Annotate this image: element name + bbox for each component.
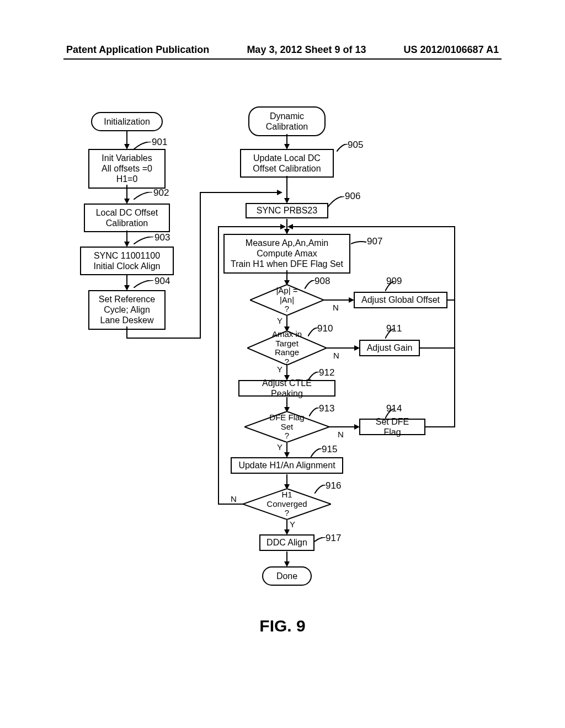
line — [200, 192, 277, 193]
init-start-terminator: Initialization — [91, 112, 163, 131]
n-label-908: N — [333, 303, 339, 312]
leader-908 — [305, 280, 315, 289]
header-left: Patent Application Publication — [66, 44, 209, 56]
ref-901: 901 — [152, 137, 167, 148]
ref-913: 913 — [319, 403, 334, 414]
leader-910 — [308, 328, 318, 336]
line — [454, 323, 455, 349]
arrow — [286, 520, 287, 529]
line — [200, 192, 201, 339]
y-label-910: Y — [277, 365, 282, 374]
dyn-cal-text: Dynamic Calibration — [266, 111, 308, 132]
arrow — [286, 365, 287, 375]
n909-text: Adjust Global Offset — [361, 295, 440, 305]
ref-907: 907 — [367, 236, 382, 247]
line — [454, 226, 455, 299]
n911-process: Adjust Gain — [359, 340, 420, 356]
leader-914 — [385, 409, 395, 419]
n912-text: Adjust CTLE Peaking — [245, 378, 329, 399]
init-start-text: Initialization — [104, 116, 150, 127]
n912-process: Adjust CTLE Peaking — [238, 380, 335, 397]
n917-process: DDC Align — [259, 534, 315, 551]
n915-process: Update H1/An Alignment — [231, 457, 343, 474]
arrowhead-icon — [287, 224, 293, 229]
ref-915: 915 — [322, 444, 337, 455]
leader-909 — [385, 281, 395, 291]
ref-916: 916 — [326, 480, 341, 491]
line — [420, 347, 455, 349]
header-center: May 3, 2012 Sheet 9 of 13 — [247, 44, 366, 56]
n904-text: Set Reference Cycle; Align Lane Deskew — [99, 294, 155, 326]
n903-process: SYNC 11001100 Initial Clock Align — [80, 247, 174, 275]
dyn-cal-terminator: Dynamic Calibration — [248, 106, 326, 136]
ref-905: 905 — [348, 140, 363, 151]
n907-text: Measure Ap,An,Amin Compute Amax Train H1… — [231, 238, 343, 270]
ref-910: 910 — [317, 323, 333, 334]
n914-text: Set DFE Flag — [366, 416, 419, 437]
y-label-913: Y — [277, 442, 282, 452]
leader-906 — [326, 196, 344, 210]
arrow — [126, 231, 127, 242]
line — [329, 426, 354, 427]
done-terminator: Done — [262, 566, 312, 586]
n907-process: Measure Ap,An,Amin Compute Amax Train H1… — [223, 234, 350, 274]
arrow — [286, 176, 287, 198]
line — [126, 338, 201, 339]
arrow — [126, 274, 127, 285]
leader-905 — [337, 144, 348, 152]
leader-911 — [385, 329, 395, 339]
leader-913 — [309, 408, 319, 416]
n915-text: Update H1/An Alignment — [238, 460, 335, 470]
arrow — [286, 315, 287, 326]
line — [126, 326, 127, 338]
arrowhead-icon — [280, 224, 286, 229]
ref-904: 904 — [154, 276, 170, 287]
n901-text: Init Variables All offsets =0 H1=0 — [102, 153, 152, 185]
ref-903: 903 — [154, 232, 170, 243]
leader-904 — [134, 280, 153, 288]
line — [324, 299, 349, 301]
arrow — [286, 397, 287, 407]
arrow — [126, 130, 127, 144]
arrow — [286, 474, 287, 484]
n906-process: SYNC PRBS23 — [246, 203, 328, 218]
arrow — [286, 442, 287, 452]
flowchart-diagram: Initialization 901 Init Variables All of… — [0, 60, 565, 611]
ref-908: 908 — [315, 276, 330, 287]
n-label-913: N — [338, 430, 344, 439]
n911-text: Adjust Gain — [367, 342, 413, 353]
arrow — [286, 270, 287, 280]
leader-902 — [134, 192, 152, 200]
line — [454, 349, 455, 427]
done-text: Done — [276, 571, 297, 581]
leader-917 — [315, 537, 326, 544]
line — [327, 347, 354, 349]
n905-process: Update Local DC Offset Calibration — [240, 149, 334, 178]
n906-text: SYNC PRBS23 — [257, 205, 317, 216]
line — [425, 426, 455, 427]
page-header: Patent Application Publication May 3, 20… — [0, 0, 565, 58]
arrow — [286, 552, 287, 561]
n909-process: Adjust Global Offset — [354, 292, 447, 308]
n908-text: |Ap| = |An| ? — [269, 286, 306, 314]
n910-text: Amax in Target Range ? — [267, 330, 307, 366]
line — [454, 299, 455, 323]
n-label-910: N — [333, 351, 339, 360]
arrowhead-icon — [277, 190, 282, 195]
n908-decision: |Ap| = |An| ? — [250, 285, 324, 315]
n902-text: Local DC Offset Calibration — [96, 207, 158, 228]
n913-text: DFE Flag Set ? — [266, 413, 308, 441]
leader-907 — [351, 240, 366, 246]
arrow — [126, 185, 127, 199]
leader-901 — [134, 142, 151, 149]
ref-906: 906 — [345, 191, 360, 202]
line — [293, 226, 455, 227]
leader-916 — [315, 485, 326, 494]
leader-915 — [311, 448, 322, 457]
line — [218, 226, 219, 505]
n902-process: Local DC Offset Calibration — [84, 204, 170, 232]
header-right: US 2012/0106687 A1 — [404, 44, 499, 56]
y-label-908: Y — [277, 316, 282, 325]
n914-process: Set DFE Flag — [359, 419, 425, 435]
leader-903 — [134, 237, 153, 244]
